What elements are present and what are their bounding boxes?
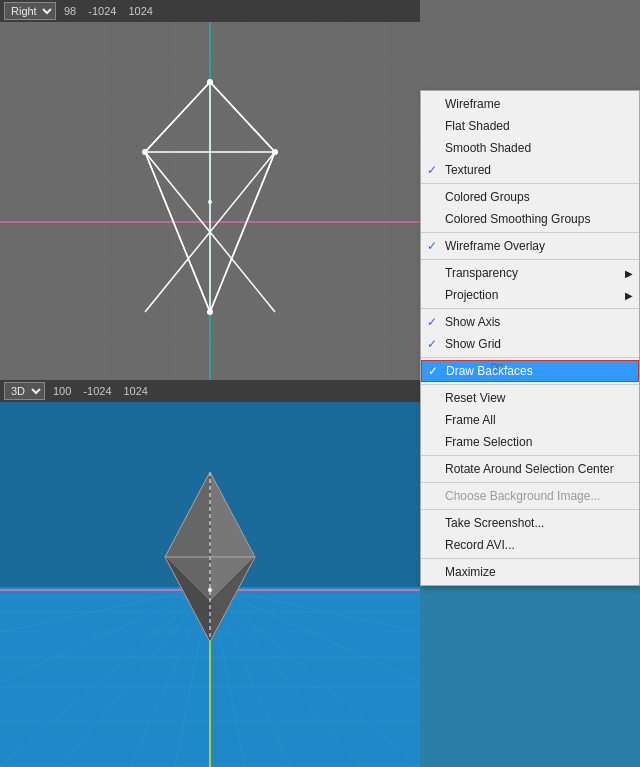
svg-point-33 xyxy=(272,149,278,155)
menu-item-projection[interactable]: Projection xyxy=(421,284,639,306)
menu-separator xyxy=(421,558,639,559)
menu-item-transparency[interactable]: Transparency xyxy=(421,262,639,284)
menu-item-flat-shaded[interactable]: Flat Shaded xyxy=(421,115,639,137)
cursor-pointer: ☞ xyxy=(490,358,504,377)
menu-item-record-avi[interactable]: Record AVI... xyxy=(421,534,639,556)
menu-separator xyxy=(421,357,639,358)
svg-point-35 xyxy=(207,309,213,315)
menu-item-colored-smoothing[interactable]: Colored Smoothing Groups xyxy=(421,208,639,230)
top-viewport-toolbar: Right 98 -1024 1024 xyxy=(0,0,420,22)
view-select-top[interactable]: Right xyxy=(4,2,56,20)
menu-item-colored-groups[interactable]: Colored Groups xyxy=(421,186,639,208)
bottom-viewport-svg xyxy=(0,402,420,767)
menu-item-show-grid[interactable]: Show Grid xyxy=(421,333,639,355)
menu-separator xyxy=(421,384,639,385)
menu-item-rotate-around[interactable]: Rotate Around Selection Center xyxy=(421,458,639,480)
menu-item-smooth-shaded[interactable]: Smooth Shaded xyxy=(421,137,639,159)
menu-item-choose-background[interactable]: Choose Background Image... xyxy=(421,485,639,507)
menu-separator xyxy=(421,183,639,184)
bottom-viewport-toolbar: 3D 100 -1024 1024 xyxy=(0,380,420,402)
zoom-bottom: 100 xyxy=(49,385,75,397)
menu-separator xyxy=(421,509,639,510)
coord-left-bottom: -1024 xyxy=(79,385,115,397)
menu-item-show-axis[interactable]: Show Axis xyxy=(421,311,639,333)
coord-left-top: -1024 xyxy=(84,5,120,17)
svg-point-32 xyxy=(207,79,213,85)
menu-item-take-screenshot[interactable]: Take Screenshot... xyxy=(421,512,639,534)
menu-item-textured[interactable]: Textured xyxy=(421,159,639,181)
coord-right-top: 1024 xyxy=(124,5,156,17)
context-menu: WireframeFlat ShadedSmooth ShadedTexture… xyxy=(420,90,640,586)
menu-item-draw-backfaces[interactable]: Draw Backfaces xyxy=(421,360,639,382)
zoom-top: 98 xyxy=(60,5,80,17)
menu-item-frame-all[interactable]: Frame All xyxy=(421,409,639,431)
svg-point-36 xyxy=(208,200,212,204)
menu-item-reset-view[interactable]: Reset View xyxy=(421,387,639,409)
menu-separator xyxy=(421,232,639,233)
menu-separator xyxy=(421,308,639,309)
view-select-bottom[interactable]: 3D xyxy=(4,382,45,400)
menu-separator xyxy=(421,455,639,456)
menu-separator xyxy=(421,259,639,260)
top-viewport-svg xyxy=(0,22,420,380)
menu-item-maximize[interactable]: Maximize xyxy=(421,561,639,583)
svg-point-34 xyxy=(142,149,148,155)
menu-separator xyxy=(421,482,639,483)
menu-item-frame-selection[interactable]: Frame Selection xyxy=(421,431,639,453)
menu-item-wireframe-overlay[interactable]: Wireframe Overlay xyxy=(421,235,639,257)
menu-item-wireframe[interactable]: Wireframe xyxy=(421,93,639,115)
coord-right-bottom: 1024 xyxy=(120,385,152,397)
svg-point-72 xyxy=(208,588,212,592)
